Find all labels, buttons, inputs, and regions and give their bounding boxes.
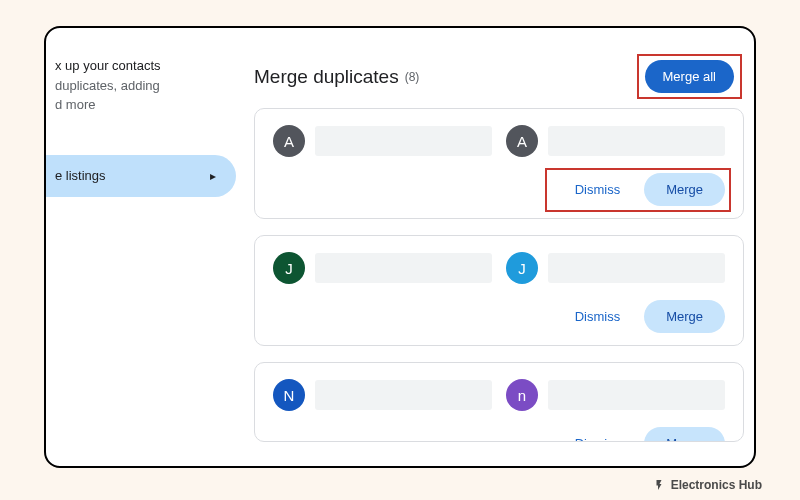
sidebar: x up your contacts duplicates, adding d … (44, 48, 236, 197)
contact-name-placeholder (315, 380, 492, 410)
contact-name-placeholder (315, 253, 492, 283)
page-title: Merge duplicates (8) (254, 66, 419, 88)
chevron-right-icon: ▸ (210, 169, 216, 183)
merge-all-button[interactable]: Merge all (645, 60, 734, 93)
sidebar-heading-line1: x up your contacts (55, 56, 236, 76)
contact-name-placeholder (548, 380, 725, 410)
bolt-icon (652, 478, 666, 492)
sidebar-heading-line2: duplicates, adding (55, 76, 236, 96)
merge-button[interactable]: Merge (644, 427, 725, 442)
card-actions: DismissMerge (273, 173, 725, 206)
contact-pair: AA (273, 125, 725, 157)
app-window: x up your contacts duplicates, adding d … (44, 26, 756, 468)
card-actions: DismissMerge (273, 300, 725, 333)
contact-entry[interactable]: A (273, 125, 492, 157)
avatar: A (273, 125, 305, 157)
contact-pair: JJ (273, 252, 725, 284)
avatar: N (273, 379, 305, 411)
sidebar-item-listings[interactable]: e listings ▸ (44, 155, 236, 197)
contact-name-placeholder (315, 126, 492, 156)
contact-entry[interactable]: J (506, 252, 725, 284)
merge-button[interactable]: Merge (644, 173, 725, 206)
contact-entry[interactable]: J (273, 252, 492, 284)
contact-entry[interactable]: n (506, 379, 725, 411)
watermark-text: Electronics Hub (671, 478, 762, 492)
dismiss-button[interactable]: Dismiss (561, 301, 635, 332)
watermark: Electronics Hub (652, 478, 762, 492)
sidebar-heading: x up your contacts duplicates, adding d … (44, 48, 236, 115)
sidebar-item-label: e listings (55, 168, 106, 183)
dismiss-button[interactable]: Dismiss (561, 428, 635, 442)
header: Merge duplicates (8) Merge all (254, 54, 742, 99)
callout-box-merge-all: Merge all (637, 54, 742, 99)
avatar: J (506, 252, 538, 284)
duplicate-card: AADismissMerge (254, 108, 744, 219)
duplicate-count: (8) (405, 70, 420, 84)
duplicate-card: NnDismissMerge (254, 362, 744, 442)
duplicate-cards-list: AADismissMergeJJDismissMergeNnDismissMer… (254, 108, 744, 458)
dismiss-button[interactable]: Dismiss (561, 174, 635, 205)
merge-button[interactable]: Merge (644, 300, 725, 333)
duplicate-card: JJDismissMerge (254, 235, 744, 346)
avatar: A (506, 125, 538, 157)
contact-entry[interactable]: A (506, 125, 725, 157)
page-title-text: Merge duplicates (254, 66, 399, 88)
avatar: n (506, 379, 538, 411)
avatar: J (273, 252, 305, 284)
contact-name-placeholder (548, 126, 725, 156)
contact-name-placeholder (548, 253, 725, 283)
card-actions: DismissMerge (273, 427, 725, 442)
contact-pair: Nn (273, 379, 725, 411)
sidebar-heading-line3: d more (55, 95, 236, 115)
contact-entry[interactable]: N (273, 379, 492, 411)
